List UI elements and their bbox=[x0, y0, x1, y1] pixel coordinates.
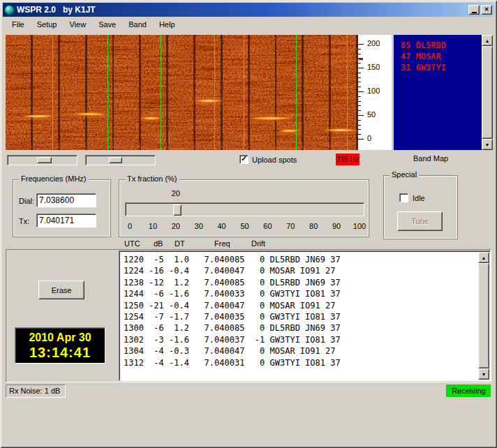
scroll-thumb[interactable] bbox=[482, 46, 493, 139]
waterfall-signal-trace bbox=[22, 114, 55, 118]
app-icon bbox=[5, 6, 14, 15]
upload-check-icon: ✓ bbox=[241, 154, 247, 163]
waterfall-time-label: 12:44 bbox=[29, 142, 47, 149]
header-drift: Drift bbox=[251, 239, 265, 248]
slider-tick-label: 50 bbox=[240, 222, 248, 230]
waterfall-time-label: 13:12 bbox=[327, 142, 345, 149]
scale-tick bbox=[358, 87, 361, 87]
waterfall-time-label: 13:10 bbox=[299, 142, 318, 149]
spot-row: 1300 -6 1.2 7.040085 0 DL5RBD JN69 37 bbox=[124, 322, 477, 334]
waterfall-time-label: 13:08 bbox=[273, 142, 291, 149]
scale-tick bbox=[358, 82, 361, 82]
clock-display: 2010 Apr 30 13:14:41 bbox=[15, 327, 105, 364]
scroll-down-icon: ▼ bbox=[485, 142, 490, 147]
header-utc: UTC bbox=[124, 239, 140, 248]
spot-row: 1312 -4 -1.4 7.040031 0 GW3TYI IO81 37 bbox=[124, 357, 477, 368]
decode-table-header: UTC dB DT Freq Drift bbox=[0, 239, 497, 249]
spot-row: 1250 -21 -0.4 7.040047 0 MOSAR IO91 27 bbox=[124, 300, 477, 311]
bandmap-scrollbar: ▲ ▼ bbox=[482, 35, 493, 150]
clock-date: 2010 Apr 30 bbox=[29, 331, 91, 345]
waterfall-time-label: 12:50 bbox=[83, 142, 101, 149]
tx-slider-thumb[interactable] bbox=[173, 204, 181, 216]
scroll-up-button[interactable]: ▲ bbox=[478, 252, 489, 263]
waterfall-time-label: 12:48 bbox=[56, 142, 74, 149]
tx-frequency-input[interactable] bbox=[36, 214, 96, 227]
waterfall-sync-line bbox=[161, 35, 161, 150]
menu-item-file[interactable]: File bbox=[6, 18, 31, 31]
receiving-status: Receiving bbox=[446, 384, 491, 398]
decoded-spots-box[interactable]: 1220 -5 1.0 7.040085 0 DL5RBD JN69 37122… bbox=[119, 251, 491, 381]
scroll-down-button[interactable]: ▼ bbox=[478, 368, 489, 380]
scale-tick bbox=[358, 77, 361, 78]
scale-tick bbox=[358, 58, 361, 59]
minimize-button[interactable] bbox=[468, 5, 480, 15]
bandwidth-badge: 215 Hz bbox=[336, 154, 359, 165]
tune-button[interactable]: Tune bbox=[397, 211, 443, 231]
scale-tick bbox=[358, 96, 361, 97]
waterfall-time-label: 12:52 bbox=[110, 142, 128, 149]
scale-tick bbox=[358, 125, 361, 126]
bandmap-entry: 31 GW3TYI bbox=[401, 62, 480, 73]
menu-item-band[interactable]: Band bbox=[122, 18, 153, 31]
rx-noise-status: Rx Noise: 1 dB bbox=[6, 384, 66, 398]
spot-row: 1244 -6 -1.6 7.040033 0 GW3TYI IO81 37 bbox=[124, 288, 477, 299]
waterfall-sync-line bbox=[52, 35, 53, 150]
scale-tick bbox=[358, 73, 361, 73]
erase-button[interactable]: Erase bbox=[38, 281, 84, 299]
idle-checkbox[interactable] bbox=[399, 193, 408, 202]
scale-tick-label: 200 bbox=[367, 39, 380, 47]
scale-tick bbox=[358, 54, 361, 54]
scroll-down-icon: ▼ bbox=[482, 372, 487, 377]
tx-fraction-slider-track[interactable] bbox=[125, 202, 364, 216]
scale-tick bbox=[358, 101, 361, 102]
scale-tick bbox=[358, 91, 364, 92]
menu-item-help[interactable]: Help bbox=[153, 18, 181, 31]
upload-spots-label: Upload spots bbox=[252, 156, 297, 164]
slider-tick-label: 20 bbox=[172, 222, 180, 230]
window-title: WSPR 2.0 by K1JT bbox=[17, 5, 96, 15]
bandmap-entries: 85 DL5RBD47 MOSAR31 GW3TYI bbox=[401, 40, 480, 149]
scroll-up-button[interactable]: ▲ bbox=[482, 35, 493, 46]
bandmap: 85 DL5RBD47 MOSAR31 GW3TYI ▲ ▼ bbox=[394, 35, 493, 150]
slider-tick-label: 80 bbox=[309, 222, 318, 230]
idle-label: Idle bbox=[413, 194, 425, 202]
waterfall-signal-trace bbox=[73, 112, 108, 116]
header-dt: DT bbox=[175, 239, 185, 248]
frequencies-groupbox: Frequencies (MHz) Dial: Tx: bbox=[13, 179, 111, 237]
slider-tick-label: 0 bbox=[128, 222, 132, 230]
bandmap-entry: 47 MOSAR bbox=[401, 51, 480, 62]
scale-tick-label: 150 bbox=[367, 63, 380, 71]
decode-progress-meter bbox=[85, 155, 156, 165]
scroll-down-button[interactable]: ▼ bbox=[482, 139, 493, 150]
scroll-thumb[interactable] bbox=[478, 263, 489, 368]
spot-row: 1254 -7 -1.7 7.040035 0 GW3TYI IO81 37 bbox=[124, 311, 477, 322]
close-button[interactable]: ✕ bbox=[481, 5, 492, 15]
menu-item-view[interactable]: View bbox=[63, 18, 92, 31]
slider-tick-label: 60 bbox=[263, 222, 272, 230]
application-window: WSPR 2.0 by K1JT ✕ File Setup View Save … bbox=[0, 0, 497, 448]
menu-item-setup[interactable]: Setup bbox=[31, 18, 64, 31]
waterfall-sync-line bbox=[107, 35, 108, 150]
tx-label: Tx: bbox=[19, 217, 29, 225]
spot-row: 1302 -3 -1.6 7.040037 -1 GW3TYI IO81 37 bbox=[124, 334, 477, 345]
scale-tick bbox=[358, 110, 361, 111]
dial-frequency-input[interactable] bbox=[36, 193, 96, 207]
scale-tick bbox=[358, 139, 364, 140]
dial-label: Dial: bbox=[19, 197, 34, 205]
decode-progress-thumb bbox=[109, 157, 123, 163]
upload-spots-checkbox[interactable]: ✓ bbox=[239, 155, 248, 164]
waterfall-time-label: 13:00 bbox=[191, 142, 209, 149]
titlebar: WSPR 2.0 by K1JT ✕ bbox=[3, 3, 494, 17]
slider-tick-label: 40 bbox=[217, 222, 225, 230]
scale-tick bbox=[358, 68, 364, 68]
slider-tick-label: 70 bbox=[286, 222, 295, 230]
spot-row: 1220 -5 1.0 7.040085 0 DL5RBD JN69 37 bbox=[124, 254, 477, 265]
scale-tick bbox=[358, 63, 361, 64]
waterfall-sync-line bbox=[347, 35, 348, 150]
rx-progress-thumb bbox=[37, 157, 52, 163]
waterfall-time-label: 12:56 bbox=[164, 142, 182, 149]
menu-item-save[interactable]: Save bbox=[92, 18, 122, 31]
titlebar-buttons: ✕ bbox=[468, 5, 492, 15]
waterfall: 12:4212:4412:4812:5012:5212:5412:5613:00… bbox=[6, 35, 358, 150]
tx-fraction-value: 20 bbox=[172, 189, 180, 197]
